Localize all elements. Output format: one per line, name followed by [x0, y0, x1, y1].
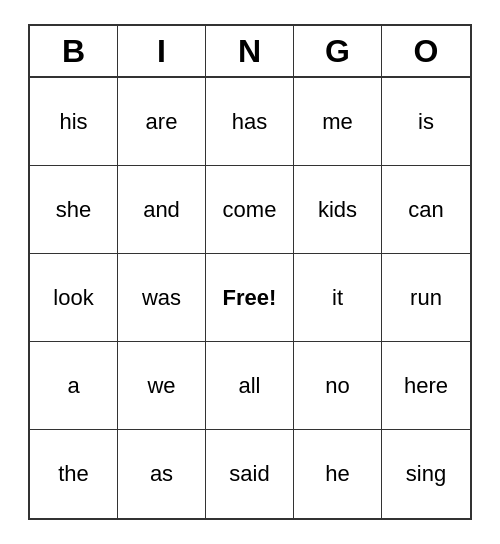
bingo-cell: no	[294, 342, 382, 430]
header-letter: B	[30, 26, 118, 76]
bingo-cell: run	[382, 254, 470, 342]
bingo-cell: here	[382, 342, 470, 430]
bingo-cell: his	[30, 78, 118, 166]
bingo-cell: the	[30, 430, 118, 518]
header-letter: O	[382, 26, 470, 76]
bingo-cell: all	[206, 342, 294, 430]
bingo-cell: we	[118, 342, 206, 430]
bingo-cell: as	[118, 430, 206, 518]
bingo-cell: was	[118, 254, 206, 342]
bingo-cell: a	[30, 342, 118, 430]
bingo-cell: me	[294, 78, 382, 166]
bingo-cell: said	[206, 430, 294, 518]
bingo-cell: and	[118, 166, 206, 254]
bingo-card: BINGO hisarehasmeissheandcomekidscanlook…	[28, 24, 472, 520]
bingo-cell: is	[382, 78, 470, 166]
bingo-cell: are	[118, 78, 206, 166]
bingo-cell: has	[206, 78, 294, 166]
header-letter: I	[118, 26, 206, 76]
bingo-cell: come	[206, 166, 294, 254]
bingo-cell: kids	[294, 166, 382, 254]
free-cell: Free!	[206, 254, 294, 342]
bingo-cell: can	[382, 166, 470, 254]
bingo-cell: look	[30, 254, 118, 342]
bingo-cell: sing	[382, 430, 470, 518]
bingo-cell: it	[294, 254, 382, 342]
bingo-cell: she	[30, 166, 118, 254]
bingo-cell: he	[294, 430, 382, 518]
header-letter: N	[206, 26, 294, 76]
bingo-header: BINGO	[30, 26, 470, 78]
header-letter: G	[294, 26, 382, 76]
bingo-grid: hisarehasmeissheandcomekidscanlookwasFre…	[30, 78, 470, 518]
